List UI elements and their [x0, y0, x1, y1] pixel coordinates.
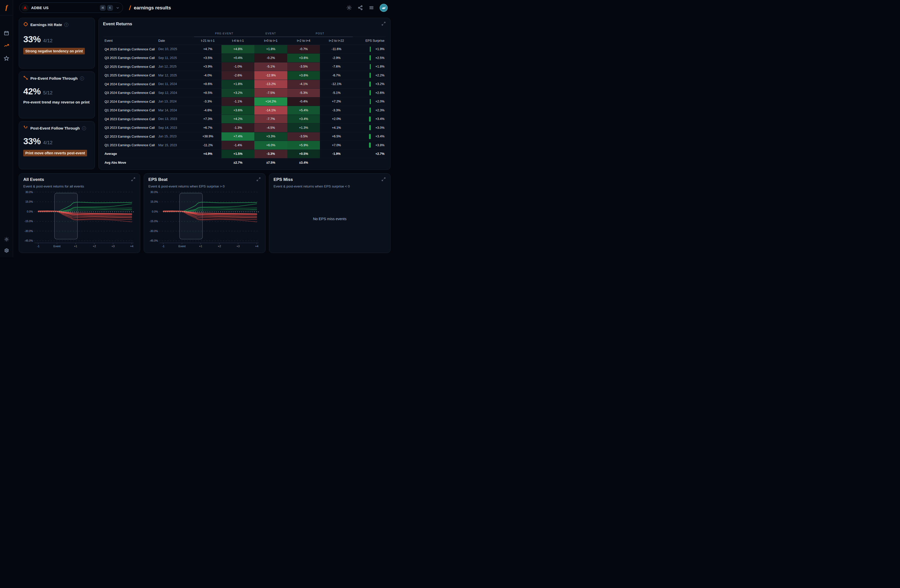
- svg-text:+2: +2: [218, 245, 221, 248]
- series-line: [38, 211, 132, 220]
- return-cell: +7.2%: [320, 97, 353, 106]
- svg-text:+4: +4: [130, 245, 133, 248]
- chart-subtitle: Event & post-event returns when EPS surp…: [148, 185, 261, 188]
- return-cell: -4.6%: [194, 106, 222, 115]
- return-cell: -3.3%: [194, 97, 222, 106]
- info-icon[interactable]: i: [82, 126, 86, 130]
- earnings-hit-rate-card: Earnings Hit Rate i 33% 4/12 Strong nega…: [19, 18, 95, 68]
- return-cell: -12.9%: [254, 71, 287, 80]
- svg-text:-15.0%: -15.0%: [150, 220, 158, 223]
- share-icon[interactable]: [357, 5, 363, 11]
- svg-text:-1: -1: [37, 245, 39, 248]
- table-row[interactable]: Q3 2023 Earnings Conference CallSep 14, …: [103, 124, 386, 132]
- eps-miss-chart-panel: EPS Miss Event & post-event returns when…: [269, 173, 391, 253]
- hit-rate-value: 33%: [23, 34, 41, 44]
- expand-icon[interactable]: [382, 22, 386, 26]
- return-cell: -1.4%: [222, 141, 254, 150]
- info-icon[interactable]: i: [64, 23, 68, 27]
- return-cell: +1.8%: [254, 45, 287, 54]
- gear-icon[interactable]: [4, 248, 9, 253]
- expand-icon[interactable]: [131, 177, 136, 182]
- svg-text:-1: -1: [162, 245, 165, 248]
- calendar-icon[interactable]: [4, 30, 9, 36]
- event-date: Mar 12, 2025: [157, 71, 194, 80]
- table-row[interactable]: Q3 2024 Earnings Conference CallSep 12, …: [103, 88, 386, 98]
- page-title: earnings results: [134, 5, 171, 11]
- event-date: Mar 14, 2024: [157, 106, 194, 115]
- eps-bar: [369, 81, 371, 87]
- column-header: EPS Surprise: [353, 37, 386, 45]
- event-name: Q2 2025 Earnings Conference Call: [103, 62, 157, 71]
- return-cell: +6.0%: [254, 141, 287, 150]
- avatar-whale[interactable]: [380, 4, 388, 12]
- eps-surprise-cell: +2.5%: [353, 54, 386, 62]
- svg-text:15.0%: 15.0%: [151, 200, 158, 203]
- table-row[interactable]: Q2 2025 Earnings Conference CallJun 12, …: [103, 62, 386, 71]
- event-returns-title: Event Returns: [103, 22, 132, 26]
- return-cell: +5.9%: [287, 141, 320, 150]
- event-name: Q1 2023 Earnings Conference Call: [103, 141, 157, 150]
- group-header-row: PRE-EVENTEVENTPOST: [103, 30, 386, 37]
- return-cell: +5.4%: [287, 106, 320, 115]
- table-row[interactable]: Q1 2025 Earnings Conference CallMar 12, …: [103, 71, 386, 80]
- pre-event-card: Pre-Event Follow Through i 42% 5/12 Pre-…: [19, 71, 95, 118]
- app-logo[interactable]: f: [0, 0, 13, 16]
- eps-surprise-cell: +1.9%: [353, 45, 386, 54]
- avg-abs-move-row: Avg Abs Move±2.7%±7.5%±3.4%: [103, 158, 386, 167]
- return-cell: +3.5%: [194, 54, 222, 62]
- svg-text:-45.0%: -45.0%: [25, 239, 33, 242]
- column-header: t=0 to t+1: [254, 37, 287, 45]
- card-title: Earnings Hit Rate: [30, 23, 62, 27]
- chart-title: EPS Miss: [274, 177, 293, 182]
- breadcrumb-slash: /: [129, 4, 131, 11]
- event-returns-table: PRE-EVENTEVENTPOSTEventDatet-21 to t-1t-…: [103, 30, 386, 167]
- card-title: Pre-Event Follow Through: [30, 76, 78, 81]
- table-row[interactable]: Q4 2023 Earnings Conference CallDec 13, …: [103, 115, 386, 124]
- expand-icon[interactable]: [382, 177, 386, 182]
- charts-row: All Events Event & post-event returns fo…: [19, 173, 391, 253]
- chart-title: EPS Beat: [148, 177, 168, 182]
- eps-surprise-cell: +3.4%: [353, 132, 386, 141]
- event-date: Sep 12, 2024: [157, 88, 194, 98]
- table-row[interactable]: Q1 2023 Earnings Conference CallMar 15, …: [103, 141, 386, 150]
- eps-bar: [369, 125, 371, 130]
- table-row[interactable]: Q2 2024 Earnings Conference CallJun 13, …: [103, 97, 386, 106]
- table-row[interactable]: Q3 2025 Earnings Conference CallSep 11, …: [103, 54, 386, 62]
- event-name: Q3 2025 Earnings Conference Call: [103, 54, 157, 62]
- table-row[interactable]: Q1 2024 Earnings Conference CallMar 14, …: [103, 106, 386, 115]
- column-header: Event: [103, 37, 157, 45]
- return-cell: -2.6%: [222, 71, 254, 80]
- table-row[interactable]: Q2 2023 Earnings Conference CallJun 15, …: [103, 132, 386, 141]
- cmd-keycap: ⌘: [100, 5, 106, 11]
- table-row[interactable]: Q4 2025 Earnings Conference CallDec 10, …: [103, 45, 386, 54]
- trending-up-icon[interactable]: [4, 43, 9, 48]
- return-cell: -7.5%: [254, 88, 287, 98]
- theme-sun-icon[interactable]: [4, 237, 9, 242]
- return-cell: +4.1%: [320, 124, 353, 132]
- return-cell: +4.2%: [222, 115, 254, 124]
- eps-bar: [369, 107, 371, 113]
- adobe-logo-icon: A: [22, 4, 29, 11]
- star-icon[interactable]: [4, 56, 9, 61]
- return-cell: -0.2%: [254, 54, 287, 62]
- svg-text:+3: +3: [111, 245, 115, 248]
- sliders-icon[interactable]: [368, 5, 374, 11]
- ticker-search-pill[interactable]: A ADBE US ⌘ K: [19, 3, 123, 13]
- return-cell: +4.8%: [222, 45, 254, 54]
- return-cell: +1.3%: [287, 124, 320, 132]
- chevron-down-icon[interactable]: [116, 6, 120, 10]
- stat-cards-column: Earnings Hit Rate i 33% 4/12 Strong nega…: [19, 18, 95, 170]
- table-row[interactable]: Q4 2024 Earnings Conference CallDec 11, …: [103, 80, 386, 88]
- sun-icon[interactable]: [346, 5, 352, 11]
- svg-text:-45.0%: -45.0%: [150, 239, 158, 242]
- eps-bar: [369, 134, 371, 139]
- return-cell: +38.9%: [194, 132, 222, 141]
- event-name: Q3 2023 Earnings Conference Call: [103, 124, 157, 132]
- info-icon[interactable]: i: [80, 76, 84, 81]
- series-line: [163, 211, 257, 220]
- eps-surprise-cell: +2.3%: [353, 106, 386, 115]
- eps-surprise-cell: +3.2%: [353, 80, 386, 88]
- expand-icon[interactable]: [256, 177, 261, 182]
- eps-surprise-cell: +3.8%: [353, 141, 386, 150]
- ticker-symbol: ADBE US: [31, 6, 49, 10]
